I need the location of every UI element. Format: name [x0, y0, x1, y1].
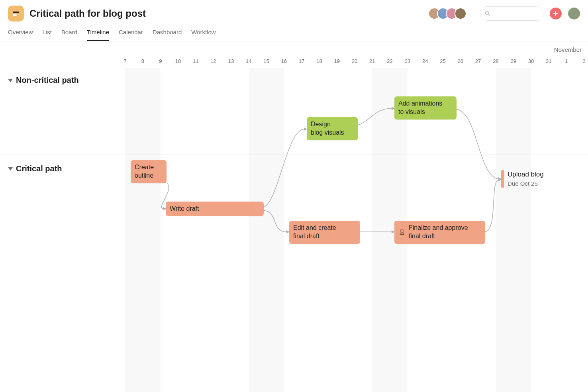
date-cell: 16	[275, 58, 293, 68]
section-critical[interactable]: Critical path	[8, 164, 62, 173]
task-create-outline[interactable]: Createoutline	[131, 160, 167, 183]
task-label: blog visuals	[311, 129, 344, 136]
date-cell: 30	[522, 58, 540, 68]
date-cell: 20	[346, 58, 363, 68]
month-label: November	[550, 46, 582, 53]
task-label: Finalize and approve	[409, 224, 468, 231]
date-cell: 13	[222, 58, 240, 68]
date-cell: 1	[557, 58, 575, 68]
caret-down-icon	[8, 79, 13, 82]
timeline[interactable]: November 7 8 9 10 11 12 13 14 15 16 17 1…	[0, 41, 588, 392]
tab-board[interactable]: Board	[61, 25, 77, 41]
task-write-draft[interactable]: Write draft	[166, 202, 264, 216]
date-cell: 25	[434, 58, 451, 68]
date-cell: 9	[152, 58, 169, 68]
date-cell: 31	[540, 58, 557, 68]
date-cell: 11	[187, 58, 204, 68]
task-label: Write draft	[170, 205, 199, 213]
svg-point-0	[486, 12, 489, 15]
project-title[interactable]: Critical path for blog post	[29, 8, 146, 19]
date-cell: 10	[169, 58, 187, 68]
task-finalize[interactable]: Finalize and approvefinal draft	[394, 221, 485, 244]
section-title: Critical path	[16, 164, 62, 173]
plus-icon	[553, 10, 559, 17]
task-label: Edit and create	[293, 224, 336, 231]
task-label: Add animations	[398, 100, 442, 107]
tab-timeline[interactable]: Timeline	[87, 25, 109, 41]
task-label: outline	[135, 172, 153, 179]
tab-calendar[interactable]: Calendar	[119, 25, 143, 41]
date-cell: 28	[487, 58, 504, 68]
section-title: Non-critical path	[16, 76, 79, 85]
date-cell: 7	[116, 58, 134, 68]
task-edit-draft[interactable]: Edit and createfinal draft	[289, 221, 360, 244]
search-box[interactable]	[480, 6, 543, 21]
date-cell: 15	[257, 58, 275, 68]
tab-overview[interactable]: Overview	[8, 25, 33, 41]
task-label: Create	[135, 164, 154, 171]
task-label: to visuals	[398, 108, 425, 115]
search-icon	[485, 10, 490, 17]
date-cell: 19	[328, 58, 346, 68]
date-cell: 14	[240, 58, 257, 68]
date-cell: 22	[381, 58, 398, 68]
task-design-visuals[interactable]: Designblog visuals	[307, 117, 358, 140]
tab-dashboard[interactable]: Dashboard	[153, 25, 182, 41]
svg-line-1	[488, 15, 490, 16]
date-cell: 29	[505, 58, 522, 68]
date-cell: 8	[134, 58, 151, 68]
date-cell: 18	[310, 58, 328, 68]
task-label: final draft	[293, 233, 319, 239]
date-cell: 21	[363, 58, 381, 68]
section-divider	[0, 155, 588, 155]
date-cell: 12	[204, 58, 222, 68]
milestone-marker[interactable]	[501, 170, 504, 188]
task-label: Design	[311, 121, 331, 127]
tab-bar: Overview List Board Timeline Calendar Da…	[0, 22, 588, 41]
section-noncritical[interactable]: Non-critical path	[8, 76, 79, 85]
project-members[interactable]	[428, 8, 466, 20]
project-icon[interactable]	[8, 6, 24, 22]
date-cell: 27	[469, 58, 487, 68]
task-label: final draft	[409, 233, 435, 239]
caret-down-icon	[8, 167, 13, 171]
add-button[interactable]	[550, 8, 562, 20]
date-cell: 17	[293, 58, 310, 68]
date-header: 7 8 9 10 11 12 13 14 15 16 17 18 19 20 2…	[116, 58, 588, 68]
date-cell: 26	[452, 58, 469, 68]
tab-workflow[interactable]: Workflow	[191, 25, 216, 41]
task-add-animations[interactable]: Add animationsto visuals	[394, 96, 457, 120]
date-cell: 23	[399, 58, 416, 68]
milestone-title[interactable]: Upload blog	[508, 171, 544, 178]
date-cell: 2	[575, 58, 588, 68]
tab-list[interactable]: List	[43, 25, 52, 41]
user-avatar[interactable]	[568, 8, 580, 20]
milestone-due: Due Oct 25	[508, 180, 538, 187]
stamp-icon	[398, 229, 406, 236]
divider	[473, 8, 473, 20]
date-cell: 24	[416, 58, 434, 68]
search-input[interactable]	[493, 10, 538, 17]
avatar[interactable]	[455, 8, 466, 20]
